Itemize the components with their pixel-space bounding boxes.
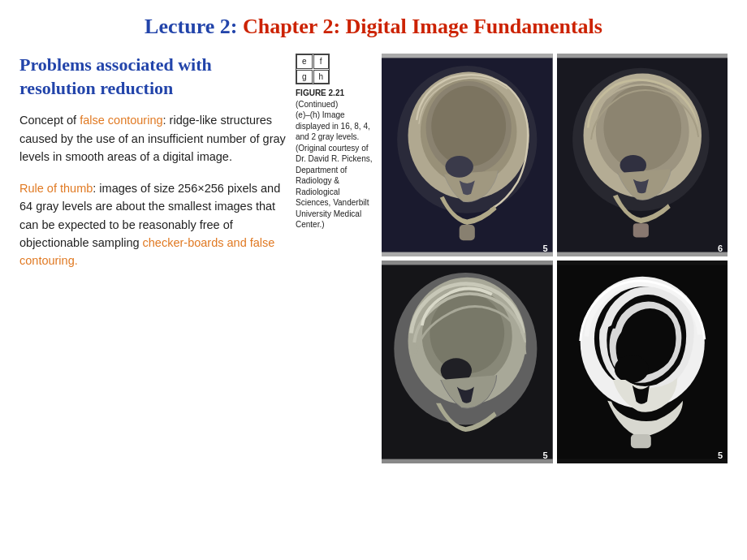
images-grid: 5 [382,54,728,463]
skull-svg-h [557,261,728,463]
skull-svg-g [382,261,553,463]
image-number-e: 5 [542,243,547,253]
svg-point-24 [614,355,648,382]
figure-caption-block: e f g h FIGURE 2.21 (Continued) (e)–(h) … [296,54,377,230]
svg-point-5 [431,86,506,167]
skull-svg-f [557,54,728,256]
image-number-h: 5 [718,450,723,460]
figure-label: FIGURE 2.21 [296,88,377,99]
grid-e: e [296,54,313,69]
content-area: Problems associated with resolution redu… [19,54,728,545]
paragraph-false-contouring: Concept of false contouring: ridge-like … [19,111,287,166]
title-lecture: Lecture 2: [145,15,243,38]
figure-continued: (Continued) [296,99,377,110]
svg-point-6 [445,156,473,178]
skull-svg-e [382,54,553,256]
p1-highlight: false contouring [80,114,162,127]
p2-highlight1: Rule of thumb [19,182,93,195]
svg-point-12 [603,85,681,170]
skull-image-h: 5 [557,261,728,463]
title-area: Lecture 2: Chapter 2: Digital Image Fund… [19,15,728,39]
image-number-g: 5 [542,450,547,460]
p1-prefix: Concept of [19,114,80,127]
grid-f: f [313,54,330,69]
figure-caption-grid: e f g h [296,54,330,84]
skull-image-g: 5 [382,261,553,463]
right-panel: e f g h FIGURE 2.21 (Continued) (e)–(h) … [296,54,728,545]
image-number-f: 6 [718,243,723,253]
svg-rect-7 [460,225,475,240]
page-container: Lecture 2: Chapter 2: Digital Image Fund… [0,0,747,560]
left-panel: Problems associated with resolution redu… [19,54,296,545]
paragraph-rule-of-thumb: Rule of thumb: images of size 256×256 pi… [19,179,287,270]
skull-image-e: 5 [382,54,553,256]
svg-point-19 [430,293,504,374]
section-heading: Problems associated with resolution redu… [19,54,287,100]
figure-description: (e)–(h) Image displayed in 16, 8, 4, and… [296,110,377,230]
title-chapter: Chapter 2: Digital Image Fundamentals [243,15,602,38]
grid-h: h [313,70,330,84]
svg-rect-25 [630,434,650,448]
skull-image-f: 6 [557,54,728,256]
svg-rect-14 [633,223,648,237]
grid-g: g [296,70,313,84]
